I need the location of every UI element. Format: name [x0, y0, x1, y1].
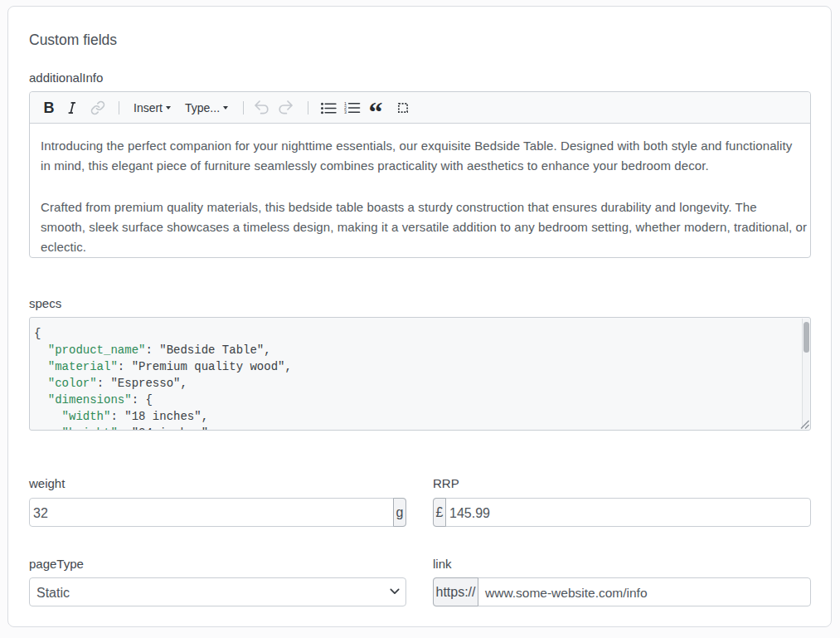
svg-text:3: 3 — [344, 110, 347, 114]
